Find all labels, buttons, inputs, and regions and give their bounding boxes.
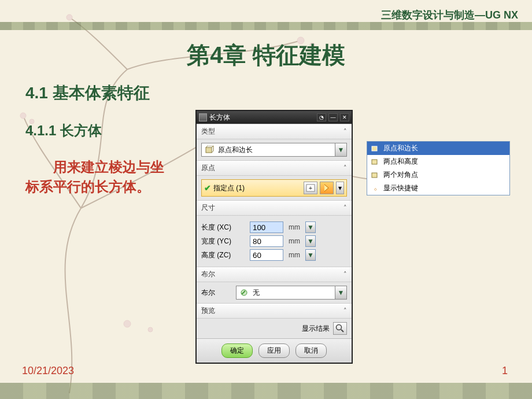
chevron-up-icon: ˄ [343,204,347,212]
dialog-title: 长方体 [209,113,230,123]
chevron-up-icon: ˄ [343,164,347,172]
svg-rect-24 [372,160,377,164]
unit-label: mm [287,223,302,231]
section-label: 布尔 [201,269,215,279]
dialog-buttons: 确定 应用 取消 [197,338,352,363]
type-combo-value: 原点和边长 [217,145,335,155]
type-combo[interactable]: 原点和边长 ▼ [201,143,347,157]
cube-icon [204,145,215,155]
svg-line-22 [341,330,343,332]
none-icon [239,287,249,298]
section-label: 原点 [201,163,215,173]
boolean-label: 布尔 [201,288,232,298]
svg-rect-23 [372,146,377,151]
section-header-type[interactable]: 类型 ˄ [197,124,352,139]
boolean-combo[interactable]: 无 ▼ [236,286,347,300]
flyout-label: 两个对角点 [383,170,418,180]
point-picker-button[interactable]: + [304,182,317,194]
section-title: 4.1 基本体素特征 [25,82,150,104]
section-label: 预览 [201,306,215,316]
flyout-label: 原点和边长 [383,143,418,153]
chevron-up-icon: ˄ [343,271,347,278]
section-header-bool[interactable]: 布尔 ˄ [197,267,352,282]
type-dropdown-list: 原点和边长 两点和高度 两个对角点 ⬦ 显示快捷键 [367,141,510,195]
height-input[interactable] [250,249,283,261]
specify-point-label: 指定点 (1) [213,183,301,193]
decorative-top-banner [0,22,532,30]
length-row: 长度 (XC) mm ▼ [201,221,347,233]
chevron-up-icon: ˄ [343,307,347,315]
block-dialog: 长方体 ◔ — ✕ 类型 ˄ 原点和边长 ▼ 原点 ˄ ✔ 指定点 (1) + [195,110,353,364]
flyout-item-two-diagonal[interactable]: 两个对角点 [367,168,509,182]
flyout-item-origin-edge[interactable]: 原点和边长 [367,142,509,155]
key-icon: ⬦ [371,184,380,193]
dropdown-button[interactable]: ▼ [335,286,346,299]
flyout-item-shortcuts[interactable]: ⬦ 显示快捷键 [367,182,509,195]
close-button[interactable]: ✕ [340,113,349,121]
doc-title: 三维数字设计与制造—UG NX [381,8,518,22]
width-spin[interactable]: ▼ [305,235,316,247]
body-text: 用来建立棱边与坐标系平行的长方体。 [25,157,170,196]
footer-date: 10/21/2023 [22,365,74,377]
boolean-combo-value: 无 [252,288,335,298]
length-spin[interactable]: ▼ [305,221,316,233]
subsection-title: 4.1.1 长方体 [25,121,102,140]
unit-label: mm [287,251,302,259]
minimize-button[interactable]: — [328,113,338,121]
svg-text:+: + [309,184,312,191]
page-number: 1 [502,365,508,377]
magnifier-icon [335,324,345,333]
cancel-button[interactable]: 取消 [295,343,327,358]
flyout-label: 显示快捷键 [383,183,418,193]
length-label: 长度 (XC) [201,223,246,232]
length-input[interactable] [250,221,283,233]
height-row: 高度 (ZC) mm ▼ [201,249,347,261]
width-label: 宽度 (YC) [201,237,246,246]
chapter-title: 第4章 特征建模 [0,39,532,71]
height-label: 高度 (ZC) [201,250,246,260]
show-result-button[interactable] [333,322,347,335]
width-input[interactable] [250,235,283,247]
dialog-icon [199,113,207,121]
cube-icon [371,171,380,179]
cube-icon [371,145,380,153]
specify-point-row[interactable]: ✔ 指定点 (1) + ▾ [201,179,347,197]
decorative-bottom-banner [0,383,532,399]
svg-point-21 [337,325,342,330]
pin-button[interactable]: ◔ [317,113,326,121]
svg-rect-12 [206,147,212,153]
apply-button[interactable]: 应用 [258,343,290,358]
section-label: 尺寸 [201,203,215,213]
section-label: 类型 [201,127,215,136]
point-type-dropdown[interactable]: ▾ [336,182,344,194]
ok-button[interactable]: 确定 [221,343,253,358]
cube-icon [371,158,380,166]
unit-label: mm [287,237,302,245]
show-result-label: 显示结果 [302,324,330,334]
section-header-origin[interactable]: 原点 ˄ [197,160,352,176]
inferred-point-button[interactable] [320,182,334,194]
width-row: 宽度 (YC) mm ▼ [201,235,347,247]
flyout-label: 两点和高度 [383,157,418,167]
height-spin[interactable]: ▼ [305,249,316,261]
section-header-size[interactable]: 尺寸 ˄ [197,200,352,216]
check-icon: ✔ [204,183,211,193]
chevron-up-icon: ˄ [343,128,347,135]
section-header-preview[interactable]: 预览 ˄ [197,303,352,319]
dropdown-button[interactable]: ▼ [335,143,346,156]
svg-rect-25 [372,173,377,178]
flyout-item-two-pts-height[interactable]: 两点和高度 [367,155,509,168]
dialog-titlebar[interactable]: 长方体 ◔ — ✕ [197,111,352,124]
